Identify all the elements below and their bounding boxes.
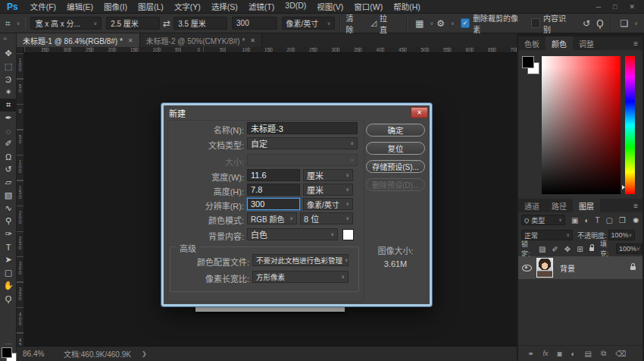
brush-tool[interactable]: ✐ (0, 137, 17, 150)
tab-close-icon[interactable]: ✕ (250, 37, 255, 44)
layers-tab-图层[interactable]: 图层 (573, 199, 600, 212)
path-select-tool[interactable]: ➤ (0, 253, 17, 266)
new-layer-icon[interactable]: ⧉ (601, 349, 606, 358)
pixel-aspect-dropdown[interactable]: 方形像素∨ (252, 271, 349, 283)
lock-artboard-icon[interactable]: ⊞ (577, 245, 583, 253)
panel-menu-icon[interactable]: ≡ (633, 202, 638, 210)
menu-item-0[interactable]: 文件(F) (30, 1, 56, 12)
foreground-color-swatch[interactable] (522, 56, 534, 68)
resolution-input[interactable]: 300 (247, 198, 300, 210)
straighten-icon[interactable]: ◿ (370, 19, 377, 27)
workspace-icon[interactable]: ❏ (620, 18, 628, 29)
reset-button[interactable]: 复位 (366, 142, 425, 155)
menu-item-5[interactable]: 选择(S) (211, 1, 238, 12)
menu-item-3[interactable]: 图层(L) (138, 1, 164, 12)
menu-item-6[interactable]: 滤镜(T) (249, 1, 274, 12)
name-input[interactable]: 未标题-3 (247, 122, 358, 134)
save-preset-button[interactable]: 存储预设(S)... (366, 160, 425, 173)
panel-color-swatches[interactable] (522, 56, 542, 76)
color-mode-dropdown[interactable]: RGB 颜色∨ (247, 212, 297, 224)
chevron-down-icon[interactable]: ∨ (634, 20, 638, 27)
height-unit-dropdown[interactable]: 厘米∨ (303, 184, 353, 196)
width-unit-dropdown[interactable]: 厘米∨ (303, 169, 353, 181)
crop-resolution-input[interactable]: 300 (232, 17, 277, 30)
gradient-tool[interactable]: ▧ (0, 189, 17, 202)
layer-style-icon[interactable]: fx (542, 350, 548, 357)
foreground-background-swatches[interactable] (2, 347, 17, 361)
toolbar-collapse-button[interactable]: » (3, 35, 7, 42)
zoom-tool[interactable]: Ϙ (0, 292, 17, 305)
lock-all-icon[interactable] (589, 247, 594, 251)
filter-shape-icon[interactable]: ▢ (606, 216, 613, 224)
crop-overlay-icon[interactable]: ▦ (415, 18, 424, 29)
background-color-swatch[interactable] (342, 229, 354, 240)
eyedropper-tool[interactable]: ✒ (0, 111, 17, 124)
document-tab-2[interactable]: 未标题-2 @ 50%(CMYK/8#) *✕ (140, 33, 262, 47)
height-input[interactable]: 7.8 (247, 184, 300, 196)
menu-item-1[interactable]: 编辑(E) (67, 1, 93, 12)
dialog-close-button[interactable]: ✕ (411, 107, 428, 118)
close-button[interactable]: ✕ (629, 3, 635, 11)
swap-dimensions-icon[interactable]: ⇄ (163, 18, 170, 29)
color-profile-dropdown[interactable]: 不要对此文档进行色彩管理∨ (252, 254, 349, 266)
layer-visibility-eye-icon[interactable] (522, 265, 532, 272)
chevron-down-icon[interactable]: ∨ (430, 20, 433, 27)
hand-tool[interactable]: ✋ (0, 279, 17, 292)
lock-transparent-icon[interactable]: ▨ (539, 245, 546, 253)
document-canvas[interactable] (195, 306, 345, 312)
pen-tool[interactable]: ✑ (0, 228, 17, 240)
crop-ratio-dropdown[interactable]: 宽 x 高 x 分...∨ (30, 17, 102, 30)
menu-item-10[interactable]: 帮助(H) (393, 1, 420, 12)
filter-adjustment-icon[interactable]: ◐ (584, 216, 589, 224)
type-tool[interactable]: T (0, 240, 17, 253)
lock-pixels-icon[interactable]: ✐ (552, 245, 558, 253)
maximize-button[interactable]: □ (613, 3, 617, 11)
color-tab-颜色[interactable]: 颜色 (546, 36, 573, 50)
smudge-tool[interactable]: ∿ (0, 202, 17, 215)
layers-tab-路径[interactable]: 路径 (546, 199, 573, 212)
panel-menu-icon[interactable]: ≡ (633, 39, 638, 48)
crop-tool[interactable]: ⌗ (0, 99, 17, 111)
magic-wand-tool[interactable]: ✶ (0, 86, 17, 99)
layer-row-background[interactable]: 背景 (518, 256, 642, 279)
color-tab-色板[interactable]: 色板 (518, 36, 546, 50)
clear-button[interactable]: 清除 (345, 12, 360, 35)
healing-brush-tool[interactable]: ◌ (0, 124, 17, 137)
adjustment-layer-icon[interactable]: ◐ (571, 350, 575, 358)
ok-button[interactable]: 确定 (366, 124, 425, 137)
straighten-button[interactable]: 拉直 (380, 12, 394, 35)
delete-cropped-pixels-label[interactable]: 删除裁剪的像素 (473, 12, 524, 35)
crop-settings-gear-icon[interactable]: ⚙ (436, 18, 445, 29)
search-icon[interactable]: Ϙ (596, 18, 603, 29)
layer-thumbnail[interactable] (536, 258, 553, 278)
eraser-tool[interactable]: ▱ (0, 176, 17, 189)
delete-cropped-pixels-checkbox[interactable]: ✓ (461, 18, 470, 28)
layers-tab-通道[interactable]: 通道 (518, 199, 546, 212)
clone-stamp-tool[interactable]: Ω (0, 150, 17, 163)
tab-close-icon[interactable]: ✕ (128, 37, 133, 44)
fill-value[interactable]: 100%∨ (616, 243, 642, 254)
edit-toolbar-button[interactable]: … (0, 338, 17, 346)
menu-item-4[interactable]: 文字(Y) (174, 1, 201, 12)
delete-layer-icon[interactable]: ⌫ (615, 350, 626, 358)
color-field[interactable] (542, 56, 621, 194)
document-tab-1[interactable]: 未标题-1 @ 86.4%(RGB/8#) *✕ (17, 33, 140, 47)
chevron-down-icon[interactable]: ∨ (17, 20, 20, 27)
width-input[interactable]: 11.6 (247, 169, 300, 181)
lock-position-icon[interactable]: ✥ (564, 245, 571, 253)
resolution-unit-dropdown[interactable]: 像素/英寸∨ (282, 17, 336, 30)
layer-mask-icon[interactable]: ◙ (557, 350, 561, 358)
move-tool[interactable]: ✥ (0, 47, 17, 60)
content-aware-label[interactable]: 内容识别 (543, 12, 572, 35)
background-contents-dropdown[interactable]: 白色∨ (247, 228, 338, 240)
content-aware-checkbox[interactable] (531, 18, 540, 28)
foreground-color-swatch[interactable] (2, 347, 12, 358)
doc-type-dropdown[interactable]: 自定∨ (247, 137, 358, 149)
filter-toggle-icon[interactable]: ◉ (633, 216, 639, 224)
zoom-level[interactable]: 86.4% (23, 350, 53, 358)
color-tab-调整[interactable]: 调整 (573, 36, 600, 50)
crop-tool-preset-icon[interactable]: ⌗ (5, 18, 11, 29)
filter-type-icon[interactable]: T (596, 216, 600, 224)
hue-slider[interactable] (625, 56, 635, 194)
crop-height-input[interactable]: 3.5 厘米 (174, 17, 227, 30)
